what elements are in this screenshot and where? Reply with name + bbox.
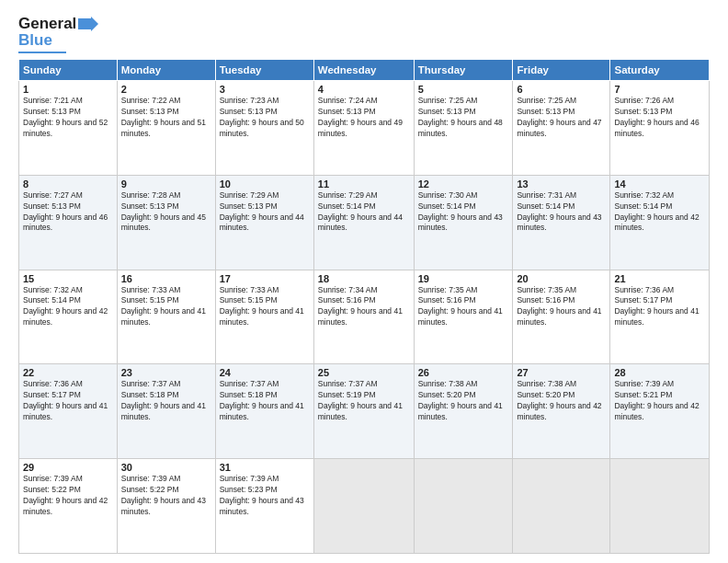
day-number: 7 (614, 84, 705, 95)
logo-underline (18, 52, 66, 53)
day-info: Sunrise: 7:24 AMSunset: 5:13 PMDaylight:… (318, 96, 403, 138)
day-cell: 10Sunrise: 7:29 AMSunset: 5:13 PMDayligh… (215, 175, 313, 270)
day-number: 18 (318, 273, 410, 284)
day-info: Sunrise: 7:30 AMSunset: 5:14 PMDaylight:… (418, 190, 503, 233)
day-cell: 27Sunrise: 7:38 AMSunset: 5:20 PMDayligh… (513, 364, 610, 459)
day-number: 21 (614, 273, 705, 284)
header-cell-thursday: Thursday (414, 60, 513, 81)
day-cell: 18Sunrise: 7:34 AMSunset: 5:16 PMDayligh… (313, 270, 414, 364)
day-cell: 30Sunrise: 7:39 AMSunset: 5:22 PMDayligh… (117, 459, 215, 554)
day-cell: 24Sunrise: 7:37 AMSunset: 5:18 PMDayligh… (215, 364, 313, 459)
day-number: 5 (418, 84, 509, 95)
day-cell: 29Sunrise: 7:39 AMSunset: 5:22 PMDayligh… (19, 459, 118, 554)
day-number: 28 (614, 367, 705, 378)
day-cell: 8Sunrise: 7:27 AMSunset: 5:13 PMDaylight… (19, 175, 118, 270)
day-info: Sunrise: 7:23 AMSunset: 5:13 PMDaylight:… (220, 96, 304, 138)
week-row-4: 22Sunrise: 7:36 AMSunset: 5:17 PMDayligh… (19, 364, 710, 459)
day-number: 15 (23, 273, 113, 284)
logo-blue: Blue (18, 31, 52, 50)
week-row-2: 8Sunrise: 7:27 AMSunset: 5:13 PMDaylight… (19, 175, 710, 270)
page: General Blue SundayMondayTuesdayWednesda… (0, 0, 728, 563)
day-cell: 19Sunrise: 7:35 AMSunset: 5:16 PMDayligh… (414, 270, 513, 364)
day-info: Sunrise: 7:29 AMSunset: 5:14 PMDaylight:… (318, 190, 403, 233)
day-cell: 2Sunrise: 7:22 AMSunset: 5:13 PMDaylight… (117, 81, 215, 176)
day-info: Sunrise: 7:25 AMSunset: 5:13 PMDaylight:… (418, 96, 503, 138)
day-info: Sunrise: 7:27 AMSunset: 5:13 PMDaylight:… (23, 190, 108, 233)
logo-general: General (18, 15, 76, 33)
day-cell: 22Sunrise: 7:36 AMSunset: 5:17 PMDayligh… (19, 364, 118, 459)
day-info: Sunrise: 7:29 AMSunset: 5:13 PMDaylight:… (220, 190, 304, 233)
header-cell-tuesday: Tuesday (215, 60, 313, 81)
day-info: Sunrise: 7:33 AMSunset: 5:15 PMDaylight:… (220, 285, 304, 327)
day-info: Sunrise: 7:37 AMSunset: 5:18 PMDaylight:… (121, 379, 206, 421)
day-cell: 26Sunrise: 7:38 AMSunset: 5:20 PMDayligh… (414, 364, 513, 459)
logo: General Blue (18, 15, 98, 53)
calendar-body: 1Sunrise: 7:21 AMSunset: 5:13 PMDaylight… (19, 81, 710, 554)
logo-arrow-icon (78, 17, 98, 31)
day-number: 1 (23, 84, 113, 95)
day-cell (513, 459, 610, 554)
header-row: SundayMondayTuesdayWednesdayThursdayFrid… (19, 60, 710, 81)
day-number: 23 (121, 367, 211, 378)
day-cell: 6Sunrise: 7:25 AMSunset: 5:13 PMDaylight… (513, 81, 610, 176)
day-cell: 1Sunrise: 7:21 AMSunset: 5:13 PMDaylight… (19, 81, 118, 176)
day-cell: 31Sunrise: 7:39 AMSunset: 5:23 PMDayligh… (215, 459, 313, 554)
day-cell: 15Sunrise: 7:32 AMSunset: 5:14 PMDayligh… (19, 270, 118, 364)
day-info: Sunrise: 7:31 AMSunset: 5:14 PMDaylight:… (517, 190, 601, 233)
day-number: 19 (418, 273, 509, 284)
day-cell: 13Sunrise: 7:31 AMSunset: 5:14 PMDayligh… (513, 175, 610, 270)
day-number: 20 (517, 273, 606, 284)
day-info: Sunrise: 7:22 AMSunset: 5:13 PMDaylight:… (121, 96, 206, 138)
day-info: Sunrise: 7:39 AMSunset: 5:21 PMDaylight:… (614, 379, 699, 421)
week-row-1: 1Sunrise: 7:21 AMSunset: 5:13 PMDaylight… (19, 81, 710, 176)
day-cell: 16Sunrise: 7:33 AMSunset: 5:15 PMDayligh… (117, 270, 215, 364)
day-info: Sunrise: 7:35 AMSunset: 5:16 PMDaylight:… (418, 285, 503, 327)
day-number: 6 (517, 84, 606, 95)
day-info: Sunrise: 7:34 AMSunset: 5:16 PMDaylight:… (318, 285, 403, 327)
day-number: 3 (220, 84, 310, 95)
day-cell: 17Sunrise: 7:33 AMSunset: 5:15 PMDayligh… (215, 270, 313, 364)
header-cell-monday: Monday (117, 60, 215, 81)
day-cell: 20Sunrise: 7:35 AMSunset: 5:16 PMDayligh… (513, 270, 610, 364)
day-info: Sunrise: 7:35 AMSunset: 5:16 PMDaylight:… (517, 285, 601, 327)
day-info: Sunrise: 7:25 AMSunset: 5:13 PMDaylight:… (517, 96, 601, 138)
day-info: Sunrise: 7:39 AMSunset: 5:22 PMDaylight:… (23, 474, 108, 516)
day-cell: 12Sunrise: 7:30 AMSunset: 5:14 PMDayligh… (414, 175, 513, 270)
day-info: Sunrise: 7:36 AMSunset: 5:17 PMDaylight:… (23, 379, 108, 421)
day-number: 12 (418, 178, 509, 190)
day-info: Sunrise: 7:37 AMSunset: 5:18 PMDaylight:… (220, 379, 304, 421)
day-info: Sunrise: 7:36 AMSunset: 5:17 PMDaylight:… (614, 285, 699, 327)
day-number: 13 (517, 178, 606, 190)
day-info: Sunrise: 7:28 AMSunset: 5:13 PMDaylight:… (121, 190, 206, 233)
header-cell-wednesday: Wednesday (313, 60, 414, 81)
day-number: 22 (23, 367, 113, 378)
calendar: SundayMondayTuesdayWednesdayThursdayFrid… (18, 59, 710, 554)
day-info: Sunrise: 7:39 AMSunset: 5:23 PMDaylight:… (220, 474, 304, 516)
day-info: Sunrise: 7:21 AMSunset: 5:13 PMDaylight:… (23, 96, 108, 138)
day-cell: 11Sunrise: 7:29 AMSunset: 5:14 PMDayligh… (313, 175, 414, 270)
day-cell: 4Sunrise: 7:24 AMSunset: 5:13 PMDaylight… (313, 81, 414, 176)
day-cell: 14Sunrise: 7:32 AMSunset: 5:14 PMDayligh… (610, 175, 710, 270)
day-number: 27 (517, 367, 606, 378)
day-cell: 28Sunrise: 7:39 AMSunset: 5:21 PMDayligh… (610, 364, 710, 459)
week-row-3: 15Sunrise: 7:32 AMSunset: 5:14 PMDayligh… (19, 270, 710, 364)
day-cell: 25Sunrise: 7:37 AMSunset: 5:19 PMDayligh… (313, 364, 414, 459)
day-number: 9 (121, 178, 211, 190)
day-number: 17 (220, 273, 310, 284)
day-number: 24 (220, 367, 310, 378)
header: General Blue (18, 15, 710, 53)
day-info: Sunrise: 7:26 AMSunset: 5:13 PMDaylight:… (614, 96, 699, 138)
day-number: 14 (614, 178, 705, 190)
calendar-header: SundayMondayTuesdayWednesdayThursdayFrid… (19, 60, 710, 81)
day-info: Sunrise: 7:32 AMSunset: 5:14 PMDaylight:… (614, 190, 699, 233)
day-number: 25 (318, 367, 410, 378)
day-info: Sunrise: 7:32 AMSunset: 5:14 PMDaylight:… (23, 285, 108, 327)
day-cell: 7Sunrise: 7:26 AMSunset: 5:13 PMDaylight… (610, 81, 710, 176)
day-info: Sunrise: 7:33 AMSunset: 5:15 PMDaylight:… (121, 285, 206, 327)
day-info: Sunrise: 7:37 AMSunset: 5:19 PMDaylight:… (318, 379, 403, 421)
header-cell-sunday: Sunday (19, 60, 118, 81)
day-number: 11 (318, 178, 410, 190)
day-info: Sunrise: 7:38 AMSunset: 5:20 PMDaylight:… (418, 379, 503, 421)
day-number: 8 (23, 178, 113, 190)
day-cell (313, 459, 414, 554)
